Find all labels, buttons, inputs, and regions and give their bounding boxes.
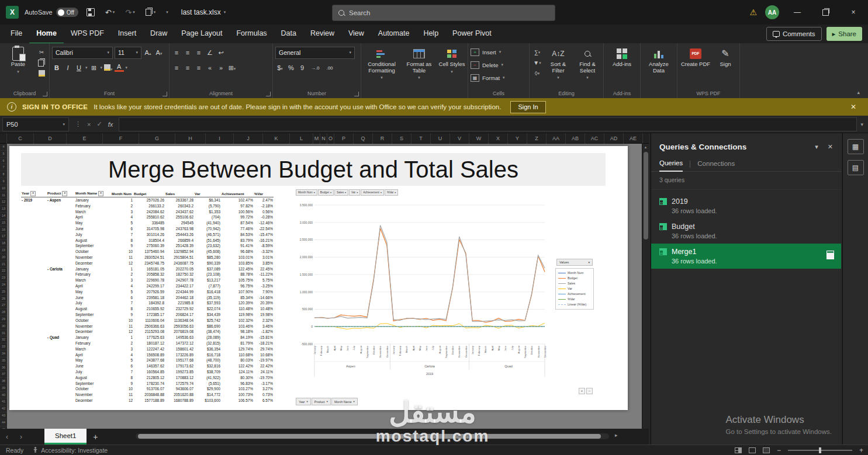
row-header-24[interactable]: 24	[0, 282, 7, 289]
align-top-button[interactable]: ≡	[172, 49, 181, 56]
row-header-35[interactable]: 35	[0, 357, 7, 364]
bold-button[interactable]: B	[52, 64, 61, 71]
tab-review[interactable]: Review	[303, 24, 341, 44]
column-header-D[interactable]: D	[34, 133, 67, 144]
table-header-sales[interactable]: Sales	[165, 190, 194, 197]
filter-icon[interactable]: ▾	[30, 191, 36, 196]
wrap-text-button[interactable]: ↩	[216, 49, 226, 57]
column-header-O[interactable]: O	[327, 133, 334, 144]
chart-axis-field-button-month-name[interactable]: Month Name▾	[331, 398, 358, 405]
tab-insert[interactable]: Insert	[111, 24, 143, 44]
row-header-8[interactable]: 8	[0, 171, 7, 178]
row-header-13[interactable]: 13	[0, 206, 7, 213]
tab-automate[interactable]: Automate	[371, 24, 417, 44]
alert-icon[interactable]: ⚠	[749, 8, 757, 17]
table-row[interactable]: December122115293.082076819.08(38,474)98…	[21, 329, 274, 335]
row-header-21[interactable]: 21	[0, 261, 7, 268]
row-header-18[interactable]: 18	[0, 240, 7, 247]
table-header-achievement[interactable]: Achievement	[221, 190, 254, 197]
tab-page-layout[interactable]: Page Layout	[174, 24, 229, 44]
collapsed-pane-icon-1[interactable]: ▦	[848, 139, 864, 154]
fill-color-button[interactable]: ▾	[104, 62, 113, 73]
table-row[interactable]: July7160564.85199273.85$38,709124.11%24.…	[21, 369, 274, 375]
vertical-scrollbar[interactable]: ▴	[642, 144, 649, 429]
chart-field-button-achievement[interactable]: Achievement▾	[361, 189, 384, 196]
sheet-tab-sheet1[interactable]: Sheet1	[44, 429, 87, 444]
create-pdf-button[interactable]: PDF Create PDF	[680, 46, 711, 68]
format-painter-button[interactable]	[36, 69, 47, 78]
query-item-2019[interactable]: 201936 rows loaded.	[651, 193, 841, 218]
autosum-button[interactable]: ∑▾	[532, 48, 542, 57]
row-header-37[interactable]: 37	[0, 371, 7, 378]
table-row[interactable]: April4255810.62255106.62(704)99.72%-0.28…	[21, 214, 274, 220]
row-header-26[interactable]: 26	[0, 296, 7, 303]
confirm-entry-button[interactable]: ✓	[96, 120, 102, 128]
page-break-view-button[interactable]	[763, 447, 770, 453]
collapse-ribbon-button[interactable]: ▴	[853, 89, 863, 96]
search-input[interactable]: Search	[332, 5, 555, 21]
zoom-out-button[interactable]: −	[777, 446, 781, 454]
table-row[interactable]: June6314705.98243763.98(70,942)77.46%-22…	[21, 226, 274, 232]
zoom-slider[interactable]	[788, 450, 852, 451]
row-header-42[interactable]: 42	[0, 405, 7, 412]
table-row[interactable]: - QuadJanuary1177625.63149536.63(28,089)…	[21, 335, 274, 341]
query-item-budget[interactable]: Budget36 rows loaded.	[651, 218, 841, 244]
panel-tab-queries[interactable]: Queries	[659, 157, 683, 172]
column-header-T[interactable]: T	[411, 133, 431, 144]
row-header-16[interactable]: 16	[0, 227, 7, 234]
row-header-39[interactable]: 39	[0, 385, 7, 392]
column-header-U[interactable]: U	[431, 133, 450, 144]
select-all-corner[interactable]	[0, 133, 7, 144]
row-header-17[interactable]: 17	[0, 233, 7, 240]
row-header-23[interactable]: 23	[0, 275, 7, 282]
table-row[interactable]: September9172385.17206824.17$34,439119.9…	[21, 312, 274, 318]
conditional-formatting-button[interactable]: Conditional Formatting ▾	[364, 46, 400, 81]
increase-decimal-button[interactable]: →.0	[309, 65, 321, 71]
column-header-W[interactable]: W	[469, 133, 489, 144]
sign-button[interactable]: ✎ Sign	[714, 46, 737, 68]
row-header-32[interactable]: 32	[0, 336, 7, 343]
column-header-AB[interactable]: AB	[566, 133, 585, 144]
next-sheet-button[interactable]: ›	[14, 433, 28, 441]
font-color-button[interactable]: A	[115, 64, 124, 72]
tab-data[interactable]: Data	[274, 24, 303, 44]
column-header-P[interactable]: P	[334, 133, 354, 144]
row-header-10[interactable]: 10	[0, 185, 7, 192]
comma-style-button[interactable]: 9	[298, 64, 307, 71]
row-header-9[interactable]: 9	[0, 178, 7, 185]
row-header-28[interactable]: 28	[0, 309, 7, 316]
table-row[interactable]: October101110606.041136348.04$25,742102.…	[21, 318, 274, 324]
dialog-launcher-icon[interactable]	[266, 92, 271, 96]
worksheet-page[interactable]: Merge Between Budget and Total Sales Yea…	[9, 146, 628, 410]
column-header-S[interactable]: S	[392, 133, 411, 144]
tab-power-pivot[interactable]: Power Pivot	[445, 24, 499, 44]
column-header-Y[interactable]: Y	[508, 133, 527, 144]
paste-button[interactable]: Paste ▾	[2, 46, 34, 75]
table-row[interactable]: July7301014.26254443.26(46,571)84.53%-15…	[21, 232, 274, 238]
tab-wps-pdf[interactable]: WPS PDF	[64, 24, 111, 44]
table-row[interactable]: August8212805.12170883.12(41,922)80.30%-…	[21, 375, 274, 381]
analyze-data-button[interactable]: Analyze Data	[643, 46, 675, 74]
accessibility-status[interactable]: Accessibility: Investigate	[33, 447, 108, 454]
row-header-15[interactable]: 15	[0, 220, 7, 227]
panel-tab-connections[interactable]: Connections	[697, 158, 735, 171]
row-header-12[interactable]: 12	[0, 199, 7, 206]
table-row[interactable]: November112036848.882051620.88$14,772100…	[21, 392, 274, 398]
prev-sheet-button[interactable]: ‹	[0, 433, 14, 441]
borders-button[interactable]: ⊞	[89, 64, 99, 72]
table-row[interactable]: February2180187.12147372.12(32,815)81.79…	[21, 341, 274, 346]
table-row[interactable]: August8318504.4266859.4(51,645)83.79%-16…	[21, 238, 274, 244]
dialog-launcher-icon[interactable]	[43, 92, 47, 96]
increase-indent-button[interactable]: »	[216, 64, 226, 71]
row-header-31[interactable]: 31	[0, 330, 7, 337]
chart-field-button-month-num[interactable]: Month Num▾	[296, 189, 317, 196]
table-row[interactable]: March3242084.62243437.62$1,353100.56%0.5…	[21, 209, 274, 215]
table-row[interactable]: - 2019- AspenJanuary1257026.26263367.28$…	[21, 197, 274, 203]
table-row[interactable]: November112830524.512915804.51$85,280103…	[21, 255, 274, 261]
formula-input[interactable]	[119, 117, 857, 131]
column-header-I[interactable]: I	[206, 133, 234, 144]
table-header-%var[interactable]: %Var	[254, 190, 274, 197]
table-row[interactable]: - CarlotaJanuary1165181.05202270.05$37,0…	[21, 266, 274, 272]
table-row[interactable]: May5336485294545(41,940)87.54%-12.46%	[21, 220, 274, 226]
panel-close-icon[interactable]: ✕	[828, 143, 833, 151]
